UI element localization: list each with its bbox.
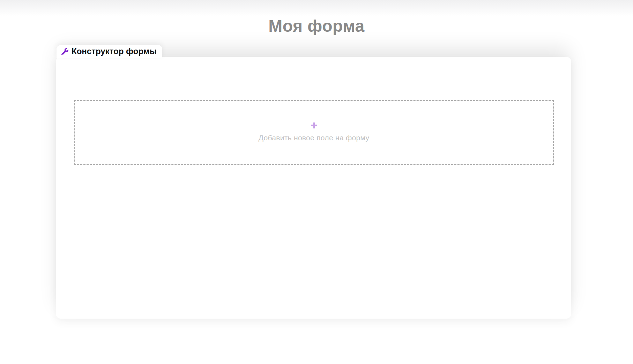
page-title: Моя форма — [0, 16, 633, 36]
add-field-label: Добавить новое поле на форму — [259, 133, 370, 142]
form-builder-card: Добавить новое поле на форму — [56, 57, 571, 319]
plus-icon — [311, 122, 317, 128]
form-builder-section: Конструктор формы Добавить новое поле на… — [56, 45, 571, 319]
tab-form-constructor-label: Конструктор формы — [72, 47, 157, 56]
top-fade-gradient — [0, 0, 633, 16]
wrench-icon — [61, 48, 68, 55]
tab-form-constructor[interactable]: Конструктор формы — [57, 45, 162, 58]
add-field-dropzone[interactable]: Добавить новое поле на форму — [74, 100, 554, 165]
